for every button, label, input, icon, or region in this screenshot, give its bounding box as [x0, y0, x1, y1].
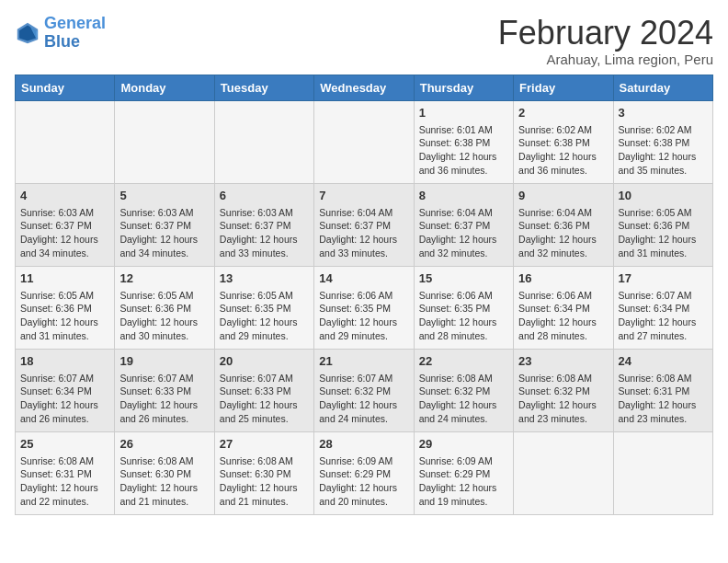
calendar-cell: 18Sunrise: 6:07 AMSunset: 6:34 PMDayligh… — [16, 349, 115, 431]
calendar-cell: 11Sunrise: 6:05 AMSunset: 6:36 PMDayligh… — [16, 266, 115, 349]
day-info: Sunrise: 6:07 AMSunset: 6:32 PMDaylight:… — [319, 372, 408, 426]
title-area: February 2024 Arahuay, Lima region, Peru — [498, 15, 713, 67]
day-info: Sunrise: 6:09 AMSunset: 6:29 PMDaylight:… — [419, 454, 508, 509]
day-number: 8 — [419, 188, 508, 204]
calendar-cell: 6Sunrise: 6:03 AMSunset: 6:37 PMDaylight… — [214, 183, 313, 266]
calendar-title: February 2024 — [498, 15, 713, 52]
page-header: General Blue February 2024 Arahuay, Lima… — [15, 15, 713, 67]
day-info: Sunrise: 6:07 AMSunset: 6:33 PMDaylight:… — [119, 372, 209, 426]
day-info: Sunrise: 6:07 AMSunset: 6:34 PMDaylight:… — [20, 372, 109, 426]
day-info: Sunrise: 6:05 AMSunset: 6:36 PMDaylight:… — [619, 206, 708, 260]
day-number: 27 — [220, 436, 309, 453]
calendar-cell: 24Sunrise: 6:08 AMSunset: 6:31 PMDayligh… — [613, 349, 712, 431]
logo-icon — [15, 20, 40, 46]
calendar-subtitle: Arahuay, Lima region, Peru — [498, 52, 713, 67]
calendar-cell: 16Sunrise: 6:06 AMSunset: 6:34 PMDayligh… — [514, 266, 613, 349]
calendar-cell: 20Sunrise: 6:07 AMSunset: 6:33 PMDayligh… — [214, 349, 313, 431]
day-number: 5 — [119, 188, 209, 204]
weekday-tuesday: Tuesday — [214, 75, 313, 100]
day-number: 28 — [319, 436, 408, 453]
weekday-sunday: Sunday — [16, 75, 115, 100]
weekday-wednesday: Wednesday — [314, 75, 414, 100]
calendar-week-5: 25Sunrise: 6:08 AMSunset: 6:31 PMDayligh… — [16, 431, 713, 514]
calendar-body: 1Sunrise: 6:01 AMSunset: 6:38 PMDaylight… — [16, 100, 713, 514]
day-number: 2 — [518, 105, 608, 121]
calendar-cell: 13Sunrise: 6:05 AMSunset: 6:35 PMDayligh… — [214, 266, 313, 349]
day-number: 16 — [518, 270, 608, 287]
calendar-cell — [514, 431, 613, 514]
day-number: 11 — [20, 270, 109, 287]
day-number: 18 — [20, 353, 109, 370]
day-info: Sunrise: 6:08 AMSunset: 6:30 PMDaylight:… — [220, 454, 309, 509]
calendar-cell: 23Sunrise: 6:08 AMSunset: 6:32 PMDayligh… — [514, 349, 613, 431]
calendar-cell — [115, 100, 214, 183]
calendar-week-2: 4Sunrise: 6:03 AMSunset: 6:37 PMDaylight… — [16, 183, 713, 266]
calendar-cell: 21Sunrise: 6:07 AMSunset: 6:32 PMDayligh… — [314, 349, 414, 431]
day-number: 24 — [619, 353, 708, 370]
day-info: Sunrise: 6:08 AMSunset: 6:31 PMDaylight:… — [619, 372, 708, 426]
day-info: Sunrise: 6:03 AMSunset: 6:37 PMDaylight:… — [220, 206, 309, 260]
day-info: Sunrise: 6:04 AMSunset: 6:37 PMDaylight:… — [419, 206, 508, 260]
day-info: Sunrise: 6:03 AMSunset: 6:37 PMDaylight:… — [20, 206, 109, 260]
day-number: 6 — [220, 188, 309, 204]
day-info: Sunrise: 6:08 AMSunset: 6:32 PMDaylight:… — [419, 372, 508, 426]
day-info: Sunrise: 6:06 AMSunset: 6:35 PMDaylight:… — [419, 289, 508, 343]
day-number: 10 — [619, 188, 708, 204]
calendar-cell: 12Sunrise: 6:05 AMSunset: 6:36 PMDayligh… — [115, 266, 214, 349]
calendar-cell: 22Sunrise: 6:08 AMSunset: 6:32 PMDayligh… — [414, 349, 513, 431]
weekday-monday: Monday — [115, 75, 214, 100]
day-number: 25 — [20, 436, 109, 453]
day-number: 7 — [319, 188, 408, 204]
calendar-cell: 27Sunrise: 6:08 AMSunset: 6:30 PMDayligh… — [214, 431, 313, 514]
weekday-header-row: SundayMondayTuesdayWednesdayThursdayFrid… — [16, 75, 713, 100]
day-info: Sunrise: 6:05 AMSunset: 6:36 PMDaylight:… — [20, 289, 109, 343]
day-number: 26 — [119, 436, 209, 453]
day-number: 4 — [20, 188, 109, 204]
calendar-cell: 7Sunrise: 6:04 AMSunset: 6:37 PMDaylight… — [314, 183, 414, 266]
day-info: Sunrise: 6:02 AMSunset: 6:38 PMDaylight:… — [619, 123, 708, 178]
calendar-week-3: 11Sunrise: 6:05 AMSunset: 6:36 PMDayligh… — [16, 266, 713, 349]
day-info: Sunrise: 6:03 AMSunset: 6:37 PMDaylight:… — [119, 206, 209, 260]
day-info: Sunrise: 6:05 AMSunset: 6:36 PMDaylight:… — [119, 289, 209, 343]
calendar-cell: 17Sunrise: 6:07 AMSunset: 6:34 PMDayligh… — [613, 266, 712, 349]
weekday-saturday: Saturday — [613, 75, 712, 100]
day-info: Sunrise: 6:04 AMSunset: 6:37 PMDaylight:… — [319, 206, 408, 260]
logo-text: General Blue — [44, 15, 106, 52]
calendar-cell: 2Sunrise: 6:02 AMSunset: 6:38 PMDaylight… — [514, 100, 613, 183]
day-number: 17 — [619, 270, 708, 287]
day-info: Sunrise: 6:09 AMSunset: 6:29 PMDaylight:… — [319, 454, 408, 509]
day-number: 29 — [419, 436, 508, 453]
calendar-cell: 25Sunrise: 6:08 AMSunset: 6:31 PMDayligh… — [16, 431, 115, 514]
day-info: Sunrise: 6:07 AMSunset: 6:33 PMDaylight:… — [220, 372, 309, 426]
day-info: Sunrise: 6:06 AMSunset: 6:35 PMDaylight:… — [319, 289, 408, 343]
calendar-cell — [613, 431, 712, 514]
weekday-thursday: Thursday — [414, 75, 513, 100]
day-info: Sunrise: 6:08 AMSunset: 6:32 PMDaylight:… — [518, 372, 608, 426]
calendar-cell: 10Sunrise: 6:05 AMSunset: 6:36 PMDayligh… — [613, 183, 712, 266]
day-number: 21 — [319, 353, 408, 370]
calendar-table: SundayMondayTuesdayWednesdayThursdayFrid… — [15, 75, 713, 515]
calendar-cell: 4Sunrise: 6:03 AMSunset: 6:37 PMDaylight… — [16, 183, 115, 266]
calendar-cell: 14Sunrise: 6:06 AMSunset: 6:35 PMDayligh… — [314, 266, 414, 349]
day-info: Sunrise: 6:04 AMSunset: 6:36 PMDaylight:… — [518, 206, 608, 260]
day-number: 13 — [220, 270, 309, 287]
day-number: 9 — [518, 188, 608, 204]
calendar-week-1: 1Sunrise: 6:01 AMSunset: 6:38 PMDaylight… — [16, 100, 713, 183]
calendar-cell: 3Sunrise: 6:02 AMSunset: 6:38 PMDaylight… — [613, 100, 712, 183]
calendar-cell: 9Sunrise: 6:04 AMSunset: 6:36 PMDaylight… — [514, 183, 613, 266]
calendar-cell: 29Sunrise: 6:09 AMSunset: 6:29 PMDayligh… — [414, 431, 513, 514]
day-info: Sunrise: 6:05 AMSunset: 6:35 PMDaylight:… — [220, 289, 309, 343]
calendar-cell: 15Sunrise: 6:06 AMSunset: 6:35 PMDayligh… — [414, 266, 513, 349]
day-info: Sunrise: 6:07 AMSunset: 6:34 PMDaylight:… — [619, 289, 708, 343]
day-number: 19 — [119, 353, 209, 370]
day-number: 15 — [419, 270, 508, 287]
weekday-friday: Friday — [514, 75, 613, 100]
calendar-cell — [314, 100, 414, 183]
day-info: Sunrise: 6:08 AMSunset: 6:30 PMDaylight:… — [119, 454, 209, 509]
calendar-cell: 5Sunrise: 6:03 AMSunset: 6:37 PMDaylight… — [115, 183, 214, 266]
calendar-cell: 19Sunrise: 6:07 AMSunset: 6:33 PMDayligh… — [115, 349, 214, 431]
calendar-cell — [16, 100, 115, 183]
calendar-cell: 26Sunrise: 6:08 AMSunset: 6:30 PMDayligh… — [115, 431, 214, 514]
day-info: Sunrise: 6:02 AMSunset: 6:38 PMDaylight:… — [518, 123, 608, 178]
calendar-cell — [214, 100, 313, 183]
